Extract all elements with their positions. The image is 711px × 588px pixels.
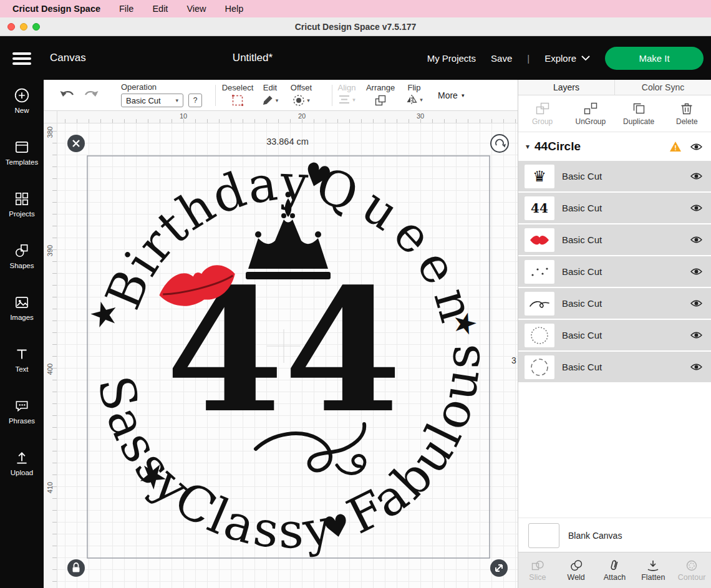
sidebar-item-text[interactable]: Text [0, 346, 44, 373]
lips-thumb-icon [529, 233, 550, 247]
contour-label: Contour [672, 573, 711, 582]
group-button[interactable]: Group [518, 102, 566, 126]
rotate-selection-handle[interactable] [491, 135, 508, 152]
canvas-color-swatch[interactable] [528, 523, 559, 548]
warning-icon[interactable]: ! [669, 141, 682, 152]
sidebar-item-shapes[interactable]: Shapes [0, 243, 44, 269]
fullscreen-window-button[interactable] [32, 23, 40, 31]
delete-button[interactable]: Delete [663, 102, 711, 126]
menu-view[interactable]: View [186, 4, 206, 14]
caret-down-icon: ▾ [462, 92, 465, 99]
sidebar-item-upload[interactable]: Upload [0, 450, 44, 476]
menu-help[interactable]: Help [225, 4, 244, 14]
canvas-nav-label[interactable]: Canvas [50, 36, 86, 80]
weld-button[interactable]: Weld [557, 559, 596, 582]
minimize-window-button[interactable] [20, 23, 27, 31]
svg-text:!: ! [674, 144, 677, 152]
save-link[interactable]: Save [491, 53, 512, 64]
undo-button[interactable] [59, 89, 76, 101]
ruler-corner [44, 111, 57, 123]
sidebar-item-phrases[interactable]: Phrases [0, 398, 44, 425]
layer-visibility-toggle[interactable] [690, 331, 702, 339]
layer-visibility-toggle[interactable] [690, 172, 702, 180]
templates-icon [14, 139, 30, 155]
more-label: More [438, 90, 458, 100]
sidebar-item-projects[interactable]: Projects [0, 191, 44, 218]
sidebar-label: Images [0, 314, 44, 321]
sidebar-item-templates[interactable]: Templates [0, 139, 44, 166]
menu-file[interactable]: File [119, 4, 133, 14]
layer-row[interactable]: 44 Basic Cut [518, 193, 711, 224]
layer-row[interactable]: Basic Cut [518, 352, 711, 383]
disclosure-triangle-icon[interactable]: ▾ [526, 142, 530, 151]
panel-tabs: Layers Color Sync [518, 80, 711, 95]
operation-help-button[interactable]: ? [188, 94, 202, 107]
group-visibility-toggle[interactable] [690, 143, 702, 151]
eye-icon [690, 267, 702, 276]
layer-visibility-toggle[interactable] [690, 236, 702, 244]
layer-row[interactable]: Basic Cut [518, 224, 711, 256]
group-label: Group [518, 117, 566, 126]
resize-selection-handle[interactable] [490, 559, 508, 577]
offset-menu-button[interactable]: Offset ▾ [281, 83, 321, 107]
ruler-mark: 390 [46, 241, 54, 260]
layer-thumbnail-swirl [525, 292, 554, 316]
delete-selection-handle[interactable] [67, 135, 85, 152]
layer-group-header[interactable]: ▾ 44Circle ! [518, 132, 711, 161]
duplicate-button[interactable]: Duplicate [615, 102, 663, 126]
eye-icon [690, 299, 702, 307]
crown-thumb-glyph: ♛ [533, 169, 546, 184]
layer-visibility-toggle[interactable] [690, 204, 702, 212]
tab-layers[interactable]: Layers [518, 80, 614, 95]
ungroup-icon [583, 102, 598, 115]
sidebar-item-images[interactable]: Images [0, 294, 44, 321]
header-divider: | [527, 53, 530, 64]
make-it-button[interactable]: Make It [605, 47, 704, 70]
redo-button[interactable] [82, 89, 100, 101]
sidebar-label: Upload [0, 469, 44, 476]
left-sidebar: New Templates Projects Shapes Images [0, 80, 44, 588]
attach-button[interactable]: Attach [596, 559, 634, 582]
explore-menu[interactable]: Explore [544, 53, 590, 64]
slice-button[interactable]: Slice [518, 559, 557, 582]
flatten-button[interactable]: Flatten [634, 559, 672, 582]
flip-menu-button[interactable]: Flip ▾ [394, 83, 434, 105]
layer-row[interactable]: ♛ Basic Cut [518, 161, 711, 193]
layer-thumbnail-dots [525, 260, 554, 284]
align-icon [338, 94, 351, 105]
lock-aspect-handle[interactable] [67, 559, 85, 577]
redo-icon [82, 89, 100, 101]
arrange-layers-icon [374, 94, 387, 107]
number-thumb: 44 [531, 201, 548, 216]
my-projects-link[interactable]: My Projects [427, 53, 476, 64]
layer-operation-label: Basic Cut [562, 234, 690, 245]
canvas-grid[interactable]: 44 Birthday Queen Sassy Classy Fabulous [57, 123, 518, 588]
ungroup-button[interactable]: UnGroup [566, 102, 614, 126]
offset-icon [293, 94, 305, 107]
projects-icon [14, 191, 30, 207]
layer-visibility-toggle[interactable] [690, 363, 702, 371]
text-icon [14, 346, 30, 362]
eye-icon [690, 236, 702, 244]
flip-label: Flip [394, 83, 434, 92]
hamburger-menu-icon[interactable] [12, 52, 31, 67]
menubar-app-name[interactable]: Cricut Design Space [12, 4, 100, 14]
layer-row[interactable]: Basic Cut [518, 320, 711, 352]
caret-down-icon: ▾ [352, 97, 356, 103]
layer-row[interactable]: Basic Cut [518, 256, 711, 288]
layer-visibility-toggle[interactable] [690, 299, 702, 307]
design-word-classy[interactable]: Classy [165, 470, 338, 559]
menu-edit[interactable]: Edit [152, 4, 168, 14]
layer-thumbnail-circle-text-2 [525, 355, 554, 379]
tab-color-sync[interactable]: Color Sync [614, 80, 711, 95]
more-menu-button[interactable]: More ▾ [438, 90, 464, 100]
operation-dropdown[interactable]: Basic Cut ▾ [121, 94, 183, 107]
slice-icon [531, 559, 544, 572]
delete-label: Delete [663, 117, 711, 126]
layer-visibility-toggle[interactable] [690, 267, 702, 276]
sidebar-item-new[interactable]: New [0, 87, 44, 114]
explore-label: Explore [544, 53, 576, 64]
layer-row[interactable]: Basic Cut [518, 288, 711, 320]
contour-button[interactable]: Contour [672, 559, 711, 582]
close-window-button[interactable] [7, 23, 15, 31]
